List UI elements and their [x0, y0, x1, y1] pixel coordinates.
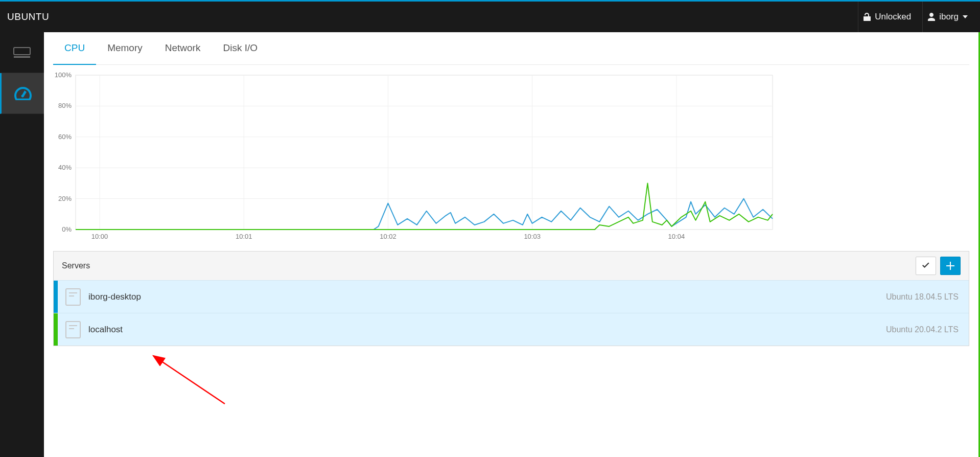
main-content: CPU Memory Network Disk I/O 0%20%40%60%8… [44, 32, 980, 457]
svg-rect-0 [14, 48, 30, 55]
metric-tabs: CPU Memory Network Disk I/O [53, 32, 969, 65]
svg-text:60%: 60% [58, 133, 72, 141]
server-os: Ubuntu 20.04.2 LTS [886, 325, 969, 334]
svg-text:0%: 0% [62, 225, 72, 233]
user-menu[interactable]: iborg [922, 2, 973, 32]
header-bar: UBUNTU Unlocked iborg [0, 2, 980, 32]
server-icon [58, 321, 88, 338]
chevron-down-icon [963, 15, 968, 18]
check-icon [922, 262, 930, 269]
servers-actions [916, 257, 961, 275]
svg-rect-25 [66, 289, 80, 305]
svg-text:10:01: 10:01 [236, 233, 252, 240]
cpu-chart: 0%20%40%60%80%100%10:0010:0110:0210:0310… [50, 71, 776, 245]
server-os: Ubuntu 18.04.5 LTS [886, 292, 969, 302]
svg-text:10:00: 10:00 [91, 233, 108, 240]
sidebar-item-host[interactable] [0, 32, 44, 73]
tab-diskio[interactable]: Disk I/O [212, 32, 269, 64]
select-all-button[interactable] [916, 257, 936, 275]
brand-label: UBUNTU [7, 11, 49, 22]
tab-cpu[interactable]: CPU [53, 32, 96, 65]
server-icon [58, 288, 88, 306]
host-icon [13, 47, 31, 59]
server-row[interactable]: localhost Ubuntu 20.04.2 LTS [54, 313, 969, 346]
lock-status[interactable]: Unlocked [858, 2, 916, 32]
svg-text:80%: 80% [58, 102, 72, 109]
server-color-strip [54, 281, 58, 313]
svg-text:10:02: 10:02 [380, 233, 396, 240]
server-row[interactable]: iborg-desktop Ubuntu 18.04.5 LTS [54, 280, 969, 313]
plus-icon [946, 262, 954, 270]
unlock-icon [864, 13, 871, 21]
servers-panel: Servers [53, 251, 969, 346]
lock-status-label: Unlocked [875, 12, 911, 22]
svg-text:10:03: 10:03 [524, 233, 541, 240]
user-label: iborg [939, 12, 959, 22]
svg-text:20%: 20% [58, 195, 72, 202]
svg-text:40%: 40% [58, 164, 72, 171]
header-right: Unlocked iborg [858, 2, 973, 32]
server-color-strip [54, 313, 58, 346]
servers-header: Servers [54, 252, 969, 280]
server-name: iborg-desktop [88, 292, 886, 302]
dashboard-icon [14, 87, 32, 100]
svg-rect-28 [66, 322, 80, 338]
server-name: localhost [88, 325, 886, 335]
chart-container: 0%20%40%60%80%100%10:0010:0110:0210:0310… [50, 71, 969, 245]
svg-text:100%: 100% [55, 71, 72, 79]
add-server-button[interactable] [940, 257, 961, 275]
sidebar [0, 32, 44, 457]
sidebar-item-dashboard[interactable] [0, 73, 44, 114]
servers-title: Servers [62, 261, 90, 270]
svg-rect-1 [14, 56, 30, 58]
svg-rect-2 [76, 75, 773, 230]
tab-network[interactable]: Network [154, 32, 212, 64]
user-icon [928, 13, 935, 21]
tab-memory[interactable]: Memory [96, 32, 154, 64]
svg-text:10:04: 10:04 [668, 233, 685, 240]
